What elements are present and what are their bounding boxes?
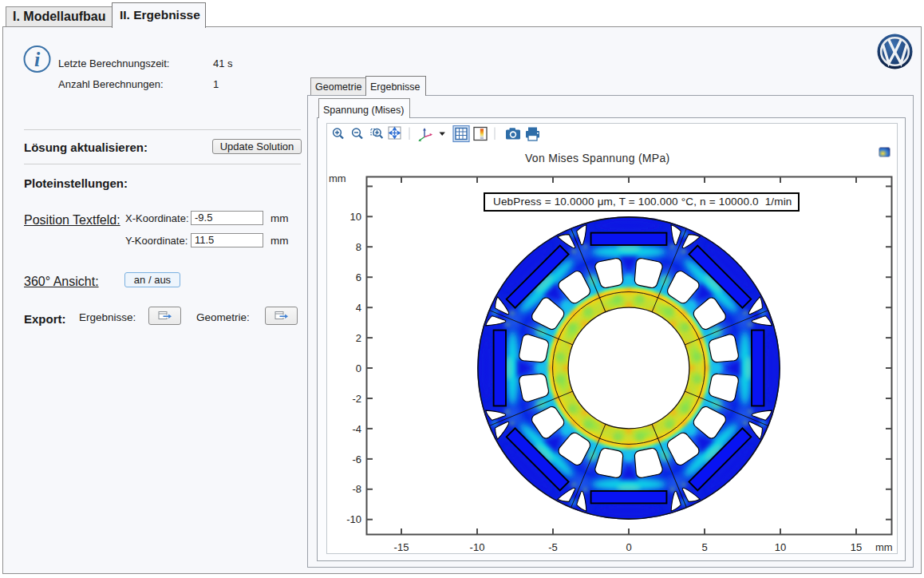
svg-text:6: 6 (356, 271, 361, 283)
svg-text:-8: -8 (352, 483, 361, 495)
svg-text:-10: -10 (346, 513, 361, 525)
svg-text:2: 2 (356, 332, 361, 344)
svg-text:8: 8 (356, 241, 361, 253)
svg-text:i: i (34, 48, 41, 71)
svg-text:0: 0 (356, 362, 361, 374)
svg-text:10: 10 (350, 211, 361, 223)
svg-text:-4: -4 (352, 423, 361, 435)
svg-text:-2: -2 (352, 393, 361, 405)
svg-text:4: 4 (356, 302, 361, 314)
svg-text:-15: -15 (394, 541, 409, 553)
svg-text:15: 15 (851, 541, 862, 553)
svg-text:-6: -6 (352, 453, 361, 465)
